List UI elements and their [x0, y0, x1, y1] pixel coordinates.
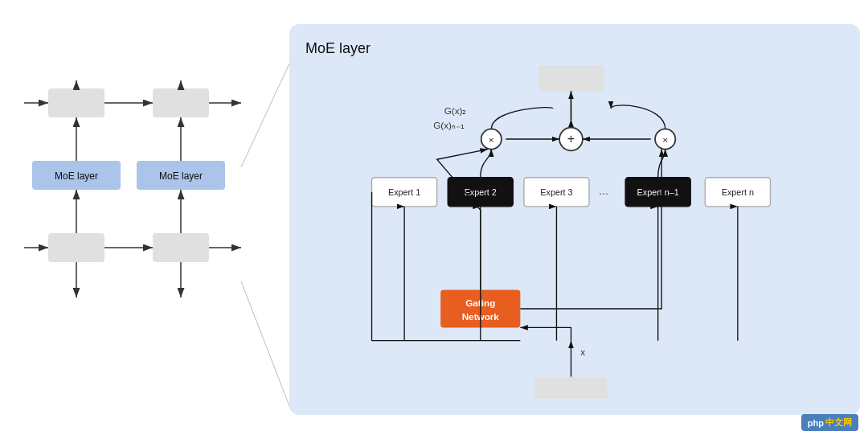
main-container: MoE layer MoE layer [0, 0, 868, 439]
moe-detail-box: MoE layer + [289, 24, 860, 415]
svg-rect-59 [534, 377, 607, 399]
svg-text:Expert 2: Expert 2 [465, 187, 497, 197]
moe-detail-svg: + × × G(x)₂ G(x)ₙ₋₁ Expert 1 [305, 65, 844, 399]
moe-detail-title: MoE layer [305, 40, 844, 57]
svg-text:Expert n–1: Expert n–1 [637, 187, 679, 197]
svg-text:+: + [567, 131, 575, 146]
svg-text:×: × [489, 134, 494, 145]
svg-text:Expert n: Expert n [722, 187, 754, 197]
svg-text:G(x)₂: G(x)₂ [444, 105, 467, 116]
svg-text:Expert 3: Expert 3 [540, 187, 572, 197]
svg-rect-12 [48, 233, 104, 262]
svg-rect-29 [538, 65, 604, 91]
left-diagram-svg: MoE layer MoE layer [24, 80, 249, 338]
svg-text:×: × [662, 134, 668, 145]
svg-text:MoE layer: MoE layer [159, 170, 203, 182]
svg-rect-1 [153, 88, 209, 117]
svg-text:···: ··· [599, 187, 608, 199]
php-badge: php 中文网 [801, 414, 858, 431]
svg-rect-0 [48, 88, 104, 117]
svg-rect-13 [153, 233, 209, 262]
svg-text:MoE layer: MoE layer [55, 170, 98, 182]
svg-text:G(x)ₙ₋₁: G(x)ₙ₋₁ [433, 120, 465, 130]
svg-text:x: x [580, 347, 585, 357]
svg-text:Expert 1: Expert 1 [388, 187, 420, 197]
php-cn-text: 中文网 [825, 416, 852, 429]
left-diagram: MoE layer MoE layer [24, 80, 249, 338]
php-text: php [808, 418, 824, 428]
